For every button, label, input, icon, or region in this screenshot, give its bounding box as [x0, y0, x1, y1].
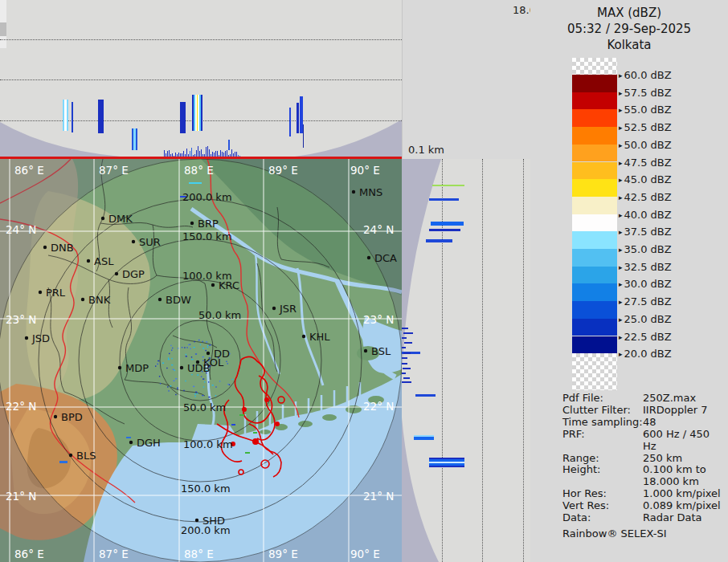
echo-speckle	[159, 376, 160, 377]
longitude-label: 87° E	[99, 164, 129, 177]
metadata-value: 600 Hz / 450 Hz	[643, 429, 723, 453]
echo-speckle	[157, 364, 158, 364]
legend-tick: ▸40.0 dBZ	[619, 208, 672, 220]
echo-speckle	[202, 348, 204, 348]
longitude-label: 89° E	[268, 164, 298, 177]
legend-swatch	[572, 267, 617, 284]
metadata-value: 250Z.max	[643, 393, 696, 405]
echo-speckle	[200, 344, 201, 345]
legend-tick-arrow: ▸	[619, 124, 623, 132]
metadata-row: Range:250 km	[562, 453, 723, 465]
station-label: JSD	[31, 332, 50, 344]
station-label: SHD	[202, 515, 225, 527]
echo-speckle	[175, 378, 177, 379]
echo-speckle	[188, 344, 189, 345]
legend-tick-arrow: ▸	[619, 140, 623, 149]
echo-speckle	[182, 347, 182, 348]
metadata-row: Vert Res:0.089 km/pixel	[562, 500, 723, 512]
station-label: DGH	[137, 437, 161, 449]
legend-swatch	[572, 179, 617, 197]
legend-tick-arrow: ▸	[619, 332, 623, 340]
latitude-label: 24° N	[6, 223, 36, 236]
latitude-label: 22° N	[363, 400, 394, 413]
echo-speckle	[195, 353, 197, 354]
legend-tick-arrow: ▸	[619, 193, 623, 201]
legend-tick-label: 42.5 dBZ	[624, 190, 672, 202]
legend-tick: ▸50.0 dBZ	[619, 138, 672, 150]
echo-speckle	[194, 347, 195, 348]
metadata-label: Clutter Filter:	[562, 405, 643, 417]
echo-speckle	[173, 369, 174, 370]
metadata-label: Hor Res:	[562, 488, 643, 500]
station-label: BNK	[88, 294, 111, 306]
station-label: MNS	[359, 186, 382, 198]
legend-tick: ▸22.5 dBZ	[619, 330, 672, 342]
echo-speckle	[209, 345, 210, 346]
echo-speckle	[197, 393, 198, 394]
legend-swatch	[572, 214, 617, 232]
echo-speckle	[232, 379, 233, 380]
legend-tick-arrow: ▸	[619, 280, 623, 288]
legend-swatch	[572, 336, 617, 354]
legend-tick-label: 52.5 dBZ	[624, 121, 672, 133]
echo-speckle	[171, 358, 172, 359]
station-dot	[25, 336, 28, 340]
echo-tick	[404, 342, 412, 344]
metadata-label: PRF:	[562, 429, 643, 453]
echo-speckle	[204, 381, 205, 382]
echo-row	[429, 198, 459, 201]
echo-speckle	[203, 386, 204, 387]
metadata-value: 250 km	[643, 453, 682, 465]
metadata-label: Range:	[562, 453, 643, 465]
echo-speckle	[186, 354, 186, 355]
echo-speckle	[227, 363, 228, 364]
echo-row	[429, 466, 464, 467]
echo-row	[426, 239, 452, 242]
legend-tick-label: 40.0 dBZ	[624, 208, 672, 220]
legend-swatch	[572, 145, 617, 162]
longitude-label: 87° E	[99, 548, 129, 560]
station-dot	[87, 259, 90, 263]
station-dot	[364, 349, 367, 352]
range-ring-label: 150.0 km	[182, 230, 232, 242]
echo-speckle	[202, 395, 203, 396]
metadata-row: Data:Radar Data	[562, 512, 723, 524]
station-label: MDP	[125, 362, 149, 374]
legend-tick: ▸37.5 dBZ	[619, 226, 672, 238]
software-credit: Rainbow® SELEX-SI	[562, 528, 723, 540]
metadata-row: Clutter Filter:IIRDoppler 7	[562, 405, 723, 417]
echo-tick	[403, 368, 411, 369]
legend-tick-arrow: ▸	[619, 263, 623, 271]
legend-tick-arrow: ▸	[619, 210, 623, 218]
legend-tick: ▸20.0 dBZ	[619, 348, 672, 360]
metadata-value: 0.089 km/pixel	[643, 500, 721, 512]
legend-tick-arrow: ▸	[619, 315, 623, 323]
right-panel-graphics	[402, 159, 530, 562]
metadata-block: Pdf File:250Z.maxClutter Filter:IIRDoppl…	[562, 393, 723, 540]
longitude-label: 90° E	[350, 164, 380, 177]
station-label: UDB	[187, 362, 210, 374]
station-dot	[211, 283, 215, 287]
echo-speckle	[177, 389, 178, 389]
legend-tick-label: 35.0 dBZ	[624, 243, 672, 255]
echo-speckle	[174, 370, 175, 371]
echo-speckle	[186, 356, 187, 356]
echo-column	[98, 100, 104, 133]
echo-tick	[402, 337, 407, 339]
echo-speckle	[215, 395, 216, 396]
legend-tick: ▸27.5 dBZ	[619, 295, 672, 307]
station-label: DCA	[374, 252, 397, 264]
echo-speckle	[197, 374, 198, 375]
legend-tick: ▸47.5 dBZ	[619, 156, 672, 168]
legend-tick-arrow: ▸	[619, 298, 623, 306]
range-ring-label: 50.0 km	[198, 309, 241, 321]
legend-swatch	[572, 92, 617, 110]
echo-speckle	[168, 357, 169, 358]
range-ring-label: 100.0 km	[183, 438, 233, 450]
station-label: BPD	[61, 411, 83, 423]
echo-row	[414, 437, 434, 440]
product-title: MAX (dBZ)	[530, 5, 728, 21]
legend-tick-label: 55.0 dBZ	[624, 104, 672, 116]
legend-swatch-above-max	[572, 58, 617, 75]
legend-tick-label: 27.5 dBZ	[624, 295, 672, 307]
